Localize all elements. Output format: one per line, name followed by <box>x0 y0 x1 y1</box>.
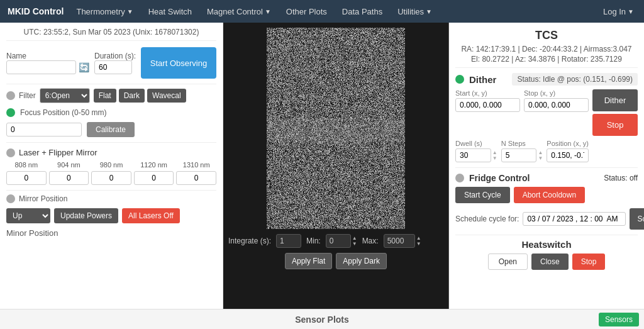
chevron-down-icon: ▼ <box>426 8 432 15</box>
dither-stop-button[interactable]: Stop <box>592 114 638 136</box>
dither-header: Dither Status: Idle @ pos: (0.151, -0.69… <box>455 73 638 86</box>
focus-input[interactable] <box>6 123 82 137</box>
laser-input-980[interactable] <box>91 171 131 185</box>
image-area <box>267 28 405 229</box>
mirror-select[interactable]: Up <box>6 208 50 223</box>
nav-login[interactable]: Log In ▼ <box>601 3 636 20</box>
wavecal-button[interactable]: Wavecal <box>147 89 186 103</box>
dither-status: Status: Idle @ pos: (0.151, -0.699) <box>512 73 638 86</box>
dither-start-input[interactable] <box>455 98 520 112</box>
nsteps-up-icon[interactable]: ▲ <box>538 150 543 155</box>
filter-label: Filter <box>19 91 36 100</box>
duration-label: Duration (s): <box>94 52 136 60</box>
laser-input-1120[interactable] <box>134 171 174 185</box>
dwell-up-icon[interactable]: ▲ <box>492 150 497 155</box>
filter-select[interactable]: 6:Open <box>40 88 90 103</box>
dither-start-label: Start (x, y) <box>455 89 520 97</box>
laser-wavelengths: 808 nm 904 nm 980 nm 1120 nm 1310 nm <box>6 161 216 185</box>
heatswitch-btns: Open Close Stop <box>455 254 638 270</box>
all-lasers-off-button[interactable]: All Lasers Off <box>122 208 180 223</box>
focus-row: Focus Position (0-50 mm) <box>6 108 216 117</box>
laser-led <box>6 148 15 157</box>
laser-label-808: 808 nm <box>6 161 47 169</box>
nav-magnet-control[interactable]: Magnet Control ▼ <box>204 3 274 20</box>
image-controls: Integrate (s): Min: ▲ ▼ Max: ▲ ▼ <box>228 234 443 248</box>
dither-dwell-input[interactable] <box>455 148 491 162</box>
calibrate-button[interactable]: Calibrate <box>87 122 135 137</box>
duration-input[interactable] <box>94 60 132 74</box>
dither-position-field: Position (x, y) <box>547 140 589 162</box>
max-up-arrow[interactable]: ▲ <box>416 235 421 241</box>
max-input[interactable] <box>384 234 415 248</box>
nav-data-paths[interactable]: Data Paths <box>340 3 385 20</box>
dark-button[interactable]: Dark <box>119 89 145 103</box>
laser-input-1310[interactable] <box>176 171 216 185</box>
start-cycle-button[interactable]: Start Cycle <box>455 187 510 203</box>
min-down-arrow[interactable]: ▼ <box>352 241 357 247</box>
apply-flat-button[interactable]: Apply Flat <box>285 253 332 269</box>
laser-input-904[interactable] <box>49 171 89 185</box>
center-panel: Integrate (s): Min: ▲ ▼ Max: ▲ ▼ Apply F… <box>223 23 449 309</box>
dither-stop-input[interactable] <box>524 98 589 112</box>
nav-thermometry[interactable]: Thermometry ▼ <box>74 3 135 20</box>
laser-label-1310: 1310 nm <box>176 161 216 169</box>
dither-led <box>455 75 464 84</box>
laser-section-header: Laser + Flipper Mirror <box>6 148 216 157</box>
nav-utilities[interactable]: Utilities ▼ <box>395 3 435 20</box>
dither-nsteps-input[interactable] <box>501 148 537 162</box>
min-label: Min: <box>306 237 321 245</box>
dither-nsteps-field: N Steps ▲ ▼ <box>501 140 543 162</box>
schedule-input[interactable] <box>523 212 626 226</box>
laser-label-904: 904 nm <box>49 161 89 169</box>
heatswitch-stop-button[interactable]: Stop <box>572 254 606 270</box>
heatswitch-open-button[interactable]: Open <box>488 254 528 270</box>
laser-label-980: 980 nm <box>91 161 131 169</box>
tcs-ra-dec: RA: 142:17:39.1 | Dec: -20:44:33.2 | Air… <box>455 45 638 53</box>
tcs-el-az: El: 80.2722 | Az: 34.3876 | Rotator: 235… <box>455 55 638 64</box>
min-up-arrow[interactable]: ▲ <box>352 235 357 241</box>
dither-button[interactable]: Dither <box>592 89 638 111</box>
dither-btn-col: Dither Stop <box>592 89 638 136</box>
dither-nsteps-label: N Steps <box>501 140 543 147</box>
minor-position-section: Minor Position <box>6 228 216 238</box>
observing-row: Name 🔄 Duration (s): Start Observing <box>6 47 216 79</box>
name-label: Name <box>6 52 89 60</box>
fridge-header: Fridge Control Status: off <box>455 173 638 183</box>
focus-led <box>6 108 15 117</box>
min-input[interactable] <box>326 234 351 248</box>
nav-other-plots[interactable]: Other Plots <box>284 3 330 20</box>
nav-heat-switch[interactable]: Heat Switch <box>146 3 194 20</box>
dither-dwell-field: Dwell (s) ▲ ▼ <box>455 140 497 162</box>
refresh-icon[interactable]: 🔄 <box>79 62 89 72</box>
start-observing-button[interactable]: Start Observing <box>141 47 216 79</box>
integrate-label: Integrate (s): <box>228 237 271 245</box>
update-powers-button[interactable]: Update Powers <box>54 208 118 223</box>
laser-input-808[interactable] <box>6 171 47 185</box>
dither-position-label: Position (x, y) <box>547 140 589 147</box>
image-canvas <box>267 28 405 229</box>
heatswitch-close-button[interactable]: Close <box>531 254 569 270</box>
fridge-status: Status: off <box>604 174 638 182</box>
dwell-down-icon[interactable]: ▼ <box>492 155 497 161</box>
schedule-label: Schedule cycle for: <box>455 215 519 223</box>
apply-dark-button[interactable]: Apply Dark <box>336 253 387 269</box>
right-panel: TCS RA: 142:17:39.1 | Dec: -20:44:33.2 |… <box>449 23 644 309</box>
integrate-input[interactable] <box>276 234 301 248</box>
name-input[interactable] <box>6 60 76 74</box>
chevron-down-icon: ▼ <box>127 8 133 15</box>
fridge-title: Fridge Control <box>469 173 530 183</box>
nsteps-down-icon[interactable]: ▼ <box>538 155 543 161</box>
max-down-arrow[interactable]: ▼ <box>416 241 421 247</box>
chevron-down-icon: ▼ <box>265 8 271 15</box>
filter-row: Filter 6:Open Flat Dark Wavecal <box>6 88 216 103</box>
abort-cooldown-button[interactable]: Abort Cooldown <box>514 187 585 203</box>
cal-btn-group: Flat Dark Wavecal <box>94 89 186 103</box>
laser-label-1120: 1120 nm <box>134 161 174 169</box>
navbar: MKID Control Thermometry ▼ Heat Switch M… <box>0 0 644 23</box>
flat-button[interactable]: Flat <box>94 89 116 103</box>
dither-position-input[interactable] <box>547 148 589 162</box>
schedule-button[interactable]: Schedule <box>630 208 644 230</box>
mirror-row: Mirror Position <box>6 194 216 203</box>
dither-stop-field: Stop (x, y) <box>524 89 589 112</box>
tcs-title: TCS <box>455 29 638 42</box>
